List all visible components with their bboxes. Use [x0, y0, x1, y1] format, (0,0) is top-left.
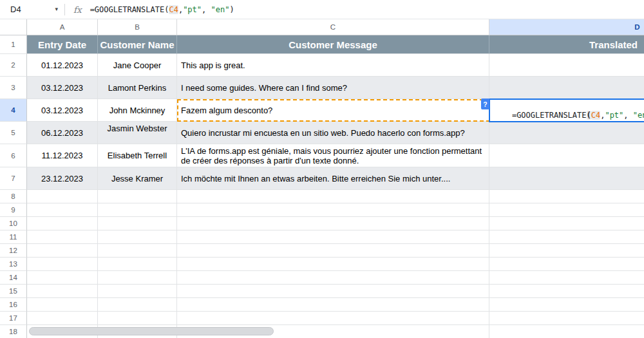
empty-cell[interactable] — [489, 217, 644, 230]
empty-cell[interactable] — [489, 203, 644, 217]
cell-a4-date[interactable]: 03.12.2023 — [27, 99, 98, 122]
cell-c4-message-referenced[interactable]: Fazem algum desconto? — [177, 99, 489, 122]
header-translated[interactable]: Translated — [489, 35, 644, 54]
column-header-b[interactable]: B — [98, 19, 177, 35]
cell-d3[interactable] — [489, 77, 644, 99]
cell-d6[interactable] — [489, 144, 644, 167]
empty-cell[interactable] — [98, 285, 177, 298]
empty-cell[interactable] — [489, 325, 644, 338]
empty-cell[interactable] — [177, 230, 489, 244]
cell-c5-message[interactable]: Quiero incrustar mi encuesta en un sitio… — [177, 122, 489, 144]
row-header-15[interactable]: 15 — [0, 285, 27, 298]
empty-cell[interactable] — [98, 271, 177, 285]
column-header-d-selected[interactable]: D — [489, 19, 644, 35]
empty-cell[interactable] — [489, 230, 644, 244]
cell-c7-message[interactable]: Ich möchte mit Ihnen an etwas arbeiten. … — [177, 167, 489, 190]
empty-cell[interactable] — [27, 190, 98, 203]
formula-input[interactable]: =GOOGLETRANSLATE(C4,"pt", "en") — [90, 5, 234, 14]
row-header-7[interactable]: 7 — [0, 167, 27, 190]
row-header-10[interactable]: 10 — [0, 217, 27, 230]
cell-d7[interactable] — [489, 167, 644, 190]
cell-d2[interactable] — [489, 54, 644, 77]
header-entry-date[interactable]: Entry Date — [27, 35, 98, 54]
empty-cell[interactable] — [98, 312, 177, 325]
help-icon[interactable]: ? — [481, 99, 489, 109]
cell-b6-name[interactable]: Elisabeth Terrell — [98, 144, 177, 167]
column-header-a[interactable]: A — [27, 19, 98, 35]
cell-c3-message[interactable]: I need some guides. Where can I find som… — [177, 77, 489, 99]
cell-a7-date[interactable]: 23.12.2023 — [27, 167, 98, 190]
row-header-5[interactable]: 5 — [0, 122, 27, 144]
select-all-corner[interactable] — [0, 19, 27, 35]
empty-cell[interactable] — [489, 298, 644, 312]
cell-b7-name[interactable]: Jesse Kramer — [98, 167, 177, 190]
row-header-14[interactable]: 14 — [0, 271, 27, 285]
chevron-down-icon[interactable]: ▾ — [55, 6, 58, 12]
cell-b5-name[interactable]: Jasmin Webster — [98, 122, 177, 144]
empty-cell[interactable] — [98, 217, 177, 230]
empty-cell[interactable] — [489, 271, 644, 285]
cell-a2-date[interactable]: 01.12.2023 — [27, 54, 98, 77]
empty-cell[interactable] — [27, 312, 98, 325]
empty-cell[interactable] — [27, 298, 98, 312]
empty-cell[interactable] — [177, 285, 489, 298]
cell-editor-d4[interactable]: ?=GOOGLETRANSLATE(C4,"pt", "en") — [489, 99, 644, 122]
column-header-c[interactable]: C — [177, 19, 489, 35]
empty-cell[interactable] — [177, 312, 489, 325]
name-box[interactable]: D4 ▾ — [0, 5, 64, 14]
row-header-9[interactable]: 9 — [0, 203, 27, 217]
header-customer-name[interactable]: Customer Name — [98, 35, 177, 54]
cell-c2-message[interactable]: This app is great. — [177, 54, 489, 77]
row-header-17[interactable]: 17 — [0, 312, 27, 325]
empty-cell[interactable] — [177, 258, 489, 271]
divider — [64, 4, 65, 15]
empty-cell[interactable] — [177, 190, 489, 203]
empty-cell[interactable] — [177, 217, 489, 230]
cell-b3-name[interactable]: Lamont Perkins — [98, 77, 177, 99]
empty-cell[interactable] — [27, 285, 98, 298]
row-header-1[interactable]: 1 — [0, 35, 27, 54]
empty-cell[interactable] — [27, 258, 98, 271]
row-header-18[interactable]: 18 — [0, 325, 27, 338]
empty-cell[interactable] — [489, 258, 644, 271]
row-header-3[interactable]: 3 — [0, 77, 27, 99]
empty-cell[interactable] — [177, 298, 489, 312]
empty-cell[interactable] — [27, 203, 98, 217]
cell-b4-name[interactable]: John Mckinney — [98, 99, 177, 122]
row-header-12[interactable]: 12 — [0, 244, 27, 258]
row-header-16[interactable]: 16 — [0, 298, 27, 312]
empty-cell[interactable] — [27, 244, 98, 258]
empty-cell[interactable] — [177, 203, 489, 217]
header-customer-message[interactable]: Customer Message — [177, 35, 489, 54]
empty-cell[interactable] — [98, 230, 177, 244]
row-header-13[interactable]: 13 — [0, 258, 27, 271]
empty-cell[interactable] — [98, 258, 177, 271]
empty-cell[interactable] — [489, 285, 644, 298]
cell-b2-name[interactable]: Jane Cooper — [98, 54, 177, 77]
empty-cell[interactable] — [27, 217, 98, 230]
empty-cell[interactable] — [98, 203, 177, 217]
empty-cell[interactable] — [489, 312, 644, 325]
cell-a3-date[interactable]: 03.12.2023 — [27, 77, 98, 99]
empty-cell[interactable] — [27, 271, 98, 285]
empty-cell[interactable] — [489, 244, 644, 258]
empty-cell[interactable] — [27, 230, 98, 244]
empty-cell[interactable] — [177, 271, 489, 285]
formula-token-cell-ref: C4 — [591, 111, 600, 120]
empty-cell[interactable] — [98, 244, 177, 258]
empty-cell[interactable] — [177, 244, 489, 258]
row-header-6[interactable]: 6 — [0, 144, 27, 167]
cell-c6-message[interactable]: L'IA de forms.app est géniale, mais vous… — [177, 144, 489, 167]
table-row: 7 23.12.2023 Jesse Kramer Ich möchte mit… — [0, 167, 644, 190]
empty-cell[interactable] — [98, 298, 177, 312]
row-header-2[interactable]: 2 — [0, 54, 27, 77]
empty-cell[interactable] — [98, 190, 177, 203]
row-header-11[interactable]: 11 — [0, 230, 27, 244]
horizontal-scrollbar-thumb[interactable] — [29, 327, 274, 335]
cell-a6-date[interactable]: 11.12.2023 — [27, 144, 98, 167]
empty-cell[interactable] — [489, 190, 644, 203]
row-header-8[interactable]: 8 — [0, 190, 27, 203]
row-header-4-selected[interactable]: 4 — [0, 99, 27, 122]
cell-d5[interactable] — [489, 122, 644, 144]
cell-a5-date[interactable]: 06.12.2023 — [27, 122, 98, 144]
